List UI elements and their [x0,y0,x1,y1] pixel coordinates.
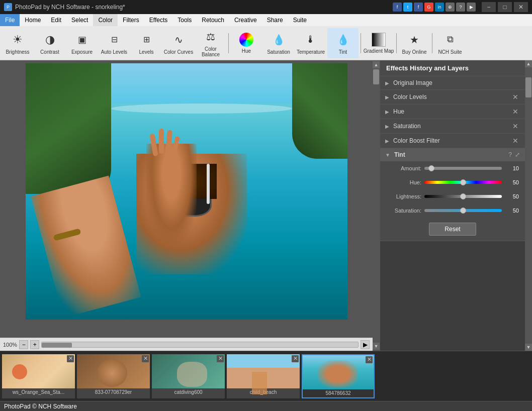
menu-file[interactable]: File [0,14,20,26]
buy-online-tool[interactable]: ★ Buy Online [399,28,430,58]
menu-edit[interactable]: Edit [46,14,66,26]
menu-effects[interactable]: Effects [144,14,172,26]
right-scroll-up[interactable]: ▲ [525,60,532,67]
scroll-down-arrow[interactable]: ▼ [373,343,380,350]
facebook2-icon[interactable]: f [414,3,423,12]
filmstrip-item-1[interactable]: ✕ 833-07708729er [77,354,150,398]
effect-row-original[interactable]: ▶ Original Image [380,76,525,90]
effect-row-color-boost[interactable]: ▶ Color Boost Filter ✕ [380,134,525,148]
hue-slider[interactable] [424,181,502,184]
contrast-label: Contrast [40,49,59,55]
hue-thumb[interactable] [460,179,466,185]
nch-suite-tool[interactable]: ⧉ NCH Suite [434,28,466,58]
facebook-icon[interactable]: f [393,3,402,12]
saturation-thumb[interactable] [460,208,466,214]
tint-tool[interactable]: 💧 Tint [327,28,359,58]
menu-creative[interactable]: Creative [229,14,262,26]
scroll-up-arrow[interactable]: ▲ [373,61,380,68]
tint-expand-icon[interactable]: ⤢ [515,151,520,158]
color-balance-tool[interactable]: ⚖ Color Balance [195,28,226,58]
auto-levels-tool[interactable]: ⊟ Auto Levels [99,28,130,58]
zoom-out-button[interactable]: − [19,340,28,349]
saturation-tool[interactable]: 💧 Saturation [263,28,294,58]
contrast-icon: ◑ [42,32,58,48]
vertical-scrollbar[interactable]: ▲ ▼ [373,60,380,351]
tint-label: Tint [339,49,347,55]
exposure-tool[interactable]: ▣ Exposure [66,28,98,58]
linkedin-icon[interactable]: in [435,3,444,12]
hue-tool[interactable]: Hue [231,28,262,58]
effect-row-saturation[interactable]: ▶ Saturation ✕ [380,119,525,134]
right-scroll-track[interactable] [525,67,532,344]
toolbar-divider2 [361,33,361,53]
amount-thumb[interactable] [428,165,434,171]
menu-suite[interactable]: Suite [288,14,312,26]
temperature-tool[interactable]: 🌡 Temperature [295,28,326,58]
zoom-level: 100% [3,342,17,348]
info-icon[interactable]: ▶ [467,3,476,12]
starfish [12,364,27,379]
filmstrip: ✕ ws_Orange_Sea_Sta... ✕ 833-07708729er … [0,351,532,401]
filmstrip-item-2[interactable]: ✕ catdiving600 [152,354,225,398]
lightness-slider[interactable] [424,195,502,198]
brightness-tool[interactable]: ☀ Brightness [2,28,33,58]
status-text: PhotoPad © NCH Software [4,403,77,410]
filmstrip-item-0[interactable]: ✕ ws_Orange_Sea_Sta... [2,354,75,398]
effect-row-color-levels[interactable]: ▶ Color Levels ✕ [380,90,525,105]
minimize-button[interactable]: − [482,2,496,12]
effect-arrow-color-boost: ▶ [385,138,389,144]
color-curves-tool[interactable]: ∿ Color Curves [163,28,194,58]
scrollbar-thumb[interactable] [42,343,72,348]
menu-color[interactable]: Color [93,14,118,26]
filmstrip-close-1[interactable]: ✕ [142,355,149,362]
amount-slider[interactable] [424,167,502,170]
effect-close-color-levels[interactable]: ✕ [511,93,520,101]
titlebar-title: PhotoPad by NCH Software - snorkeling* [15,4,125,11]
effect-close-color-boost[interactable]: ✕ [511,137,520,145]
effect-row-hue[interactable]: ▶ Hue ✕ [380,105,525,119]
google-icon[interactable]: G [424,3,433,12]
hue-value: 50 [505,179,519,185]
social-icon[interactable]: ⊕ [446,3,455,12]
effect-arrow-saturation: ▶ [385,124,389,129]
menu-home[interactable]: Home [20,14,46,26]
tint-help-icon[interactable]: ? [508,151,512,158]
twitter-icon[interactable]: t [403,3,412,12]
filmstrip-close-2[interactable]: ✕ [217,355,224,362]
menu-retouch[interactable]: Retouch [197,14,229,26]
filmstrip-close-0[interactable]: ✕ [67,355,74,362]
filmstrip-close-3[interactable]: ✕ [292,355,299,362]
tint-header[interactable]: ▼ Tint ? ⤢ [380,148,525,161]
menu-filters[interactable]: Filters [118,14,144,26]
scroll-right-button[interactable]: ▶ [361,340,370,349]
effect-arrow-hue: ▶ [385,109,389,115]
filmstrip-item-4[interactable]: ✕ 584786632 [302,354,375,398]
menu-tools[interactable]: Tools [172,14,197,26]
contrast-tool[interactable]: ◑ Contrast [34,28,65,58]
menu-share[interactable]: Share [262,14,288,26]
levels-tool[interactable]: ⊞ Levels [131,28,162,58]
horizontal-scrollbar[interactable] [41,342,359,348]
scroll-thumb[interactable] [373,69,379,84]
close-button[interactable]: ✕ [514,2,528,12]
lightness-thumb[interactable] [460,193,466,199]
effect-close-saturation[interactable]: ✕ [511,122,520,130]
effect-label-saturation: Saturation [393,123,511,130]
exposure-label: Exposure [71,49,93,55]
effect-close-hue[interactable]: ✕ [511,108,520,116]
zoom-in-button[interactable]: + [30,340,39,349]
saturation-slider[interactable] [424,209,502,212]
filmstrip-close-4[interactable]: ✕ [366,356,373,363]
right-scroll-down[interactable]: ▼ [525,344,532,351]
right-scroll-thumb[interactable] [525,77,531,97]
tint-label: Tint [394,151,508,158]
reset-button[interactable]: Reset [429,223,476,236]
maximize-button[interactable]: □ [498,2,512,12]
app-icon: P [4,3,12,11]
menu-select[interactable]: Select [66,14,93,26]
left-content: 100% − + ▶ [0,60,373,351]
help-icon[interactable]: ? [456,3,465,12]
hand-right [146,144,197,244]
filmstrip-item-3[interactable]: ✕ child_beach [227,354,300,398]
gradient-map-tool[interactable]: Gradient Map [363,28,394,58]
